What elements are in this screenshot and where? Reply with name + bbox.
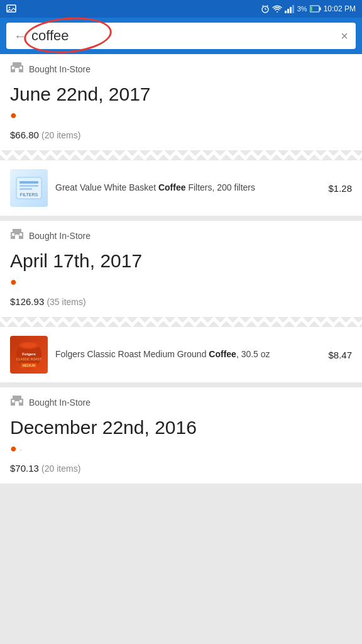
svg-text:CLASSIC ROAST: CLASSIC ROAST [16, 357, 41, 361]
total-amount: $126.93 [10, 296, 44, 307]
svg-rect-39 [12, 400, 14, 402]
folgers-image: Folgers CLASSIC ROAST MEDIUM [13, 339, 45, 370]
total-row: $126.93 (35 items) [0, 294, 362, 317]
search-input-container[interactable]: ← × [6, 23, 356, 49]
store-type-label: Bought In-Store [29, 64, 90, 74]
svg-point-31 [21, 343, 36, 348]
product-name-post: , 30.5 oz [236, 349, 270, 359]
status-bar: 3% 10:02 PM [0, 0, 362, 18]
store-type-label: Bought In-Store [29, 231, 90, 241]
svg-rect-40 [19, 400, 22, 402]
total-amount: $66.80 [10, 130, 39, 140]
status-bar-left-icons [6, 4, 16, 14]
svg-text:FILTERS: FILTERS [20, 192, 38, 197]
svg-rect-17 [12, 67, 14, 69]
location-pin-icon: ● [10, 275, 17, 288]
product-price: $1.28 [328, 183, 352, 194]
location-text: · [19, 445, 21, 454]
store-type-label: Bought In-Store [29, 397, 90, 408]
location-row: ● [0, 275, 362, 294]
store-label: Bought In-Store [0, 54, 362, 81]
receipt-card: Bought In-Store June 22nd, 2017 ● $66.80… [0, 54, 362, 216]
svg-rect-22 [19, 188, 32, 190]
svg-rect-28 [19, 233, 22, 236]
svg-rect-16 [15, 68, 19, 72]
svg-rect-25 [13, 229, 21, 233]
location-row: ● · [0, 442, 362, 460]
svg-text:Folgers: Folgers [22, 352, 36, 356]
svg-rect-8 [287, 9, 289, 13]
signal-icon [285, 4, 295, 13]
wifi-icon [272, 4, 282, 13]
store-icon [10, 62, 24, 76]
receipt-date[interactable]: April 17th, 2017 [0, 248, 362, 275]
battery-percent: 3% [297, 5, 307, 13]
product-name-highlight: Coffee [209, 349, 236, 359]
coffee-filters-image: FILTERS [13, 172, 45, 204]
svg-rect-15 [13, 62, 21, 66]
search-clear-button[interactable]: × [341, 29, 348, 43]
location-pin-icon: ● [10, 442, 17, 455]
store-label: Bought In-Store [0, 221, 362, 248]
total-items: (20 items) [41, 130, 80, 140]
svg-line-5 [262, 6, 263, 7]
svg-rect-12 [319, 8, 321, 11]
store-label: Bought In-Store [0, 387, 362, 414]
store-icon [10, 395, 24, 409]
svg-rect-9 [290, 7, 292, 13]
total-row: $70.13 (20 items) [0, 460, 362, 484]
product-details: Folgers Classic Roast Medium Ground Coff… [55, 348, 321, 361]
receipt-divider [0, 317, 362, 327]
receipt-divider [0, 150, 362, 160]
total-items: (35 items) [47, 297, 85, 307]
svg-rect-20 [19, 181, 38, 184]
svg-rect-38 [15, 401, 19, 406]
product-row[interactable]: FILTERS Great Value White Basket Coffee … [0, 160, 362, 216]
total-amount: $70.13 [10, 463, 39, 474]
search-input[interactable] [31, 28, 341, 44]
product-price: $8.47 [328, 350, 352, 360]
status-time: 10:02 PM [324, 4, 356, 13]
receipt-date[interactable]: June 22nd, 2017 [0, 81, 362, 109]
svg-rect-18 [19, 67, 22, 69]
svg-rect-10 [292, 5, 294, 13]
svg-text:MEDIUM: MEDIUM [23, 364, 35, 367]
results-content: Bought In-Store June 22nd, 2017 ● $66.80… [0, 54, 362, 484]
svg-rect-26 [15, 235, 19, 239]
receipt-card: Bought In-Store April 17th, 2017 ● $126.… [0, 221, 362, 382]
svg-line-6 [267, 6, 268, 7]
search-bar: ← × [0, 18, 362, 54]
battery-icon [310, 5, 321, 13]
receipt-card: Bought In-Store December 22nd, 2016 ● · … [0, 387, 362, 484]
product-name-pre: Folgers Classic Roast Medium Ground [55, 349, 209, 359]
svg-rect-7 [285, 11, 287, 13]
svg-rect-37 [13, 396, 21, 399]
product-details: Great Value White Basket Coffee Filters,… [55, 182, 321, 194]
svg-rect-13 [310, 7, 312, 11]
search-back-button[interactable]: ← [14, 29, 26, 43]
product-image: FILTERS [10, 169, 48, 207]
building-icon [10, 395, 24, 406]
svg-rect-27 [12, 233, 14, 236]
location-row: ● [0, 109, 362, 127]
location-pin-icon: ● [10, 109, 17, 121]
svg-rect-21 [19, 185, 38, 187]
building-icon [10, 228, 24, 240]
receipt-date[interactable]: December 22nd, 2016 [0, 414, 362, 442]
product-row[interactable]: Folgers CLASSIC ROAST MEDIUM Folgers Cla… [0, 327, 362, 382]
total-items: (20 items) [41, 464, 80, 474]
status-icons: 3% 10:02 PM [261, 4, 356, 13]
alarm-icon [261, 4, 270, 13]
product-name-pre: Great Value White Basket [55, 182, 158, 192]
product-name-post: Filters, 200 filters [186, 182, 255, 192]
product-name-highlight: Coffee [158, 182, 186, 192]
total-row: $66.80 (20 items) [0, 127, 362, 150]
svg-point-1 [9, 7, 10, 8]
building-icon [10, 62, 24, 73]
product-image: Folgers CLASSIC ROAST MEDIUM [10, 336, 48, 374]
store-icon [10, 228, 24, 243]
